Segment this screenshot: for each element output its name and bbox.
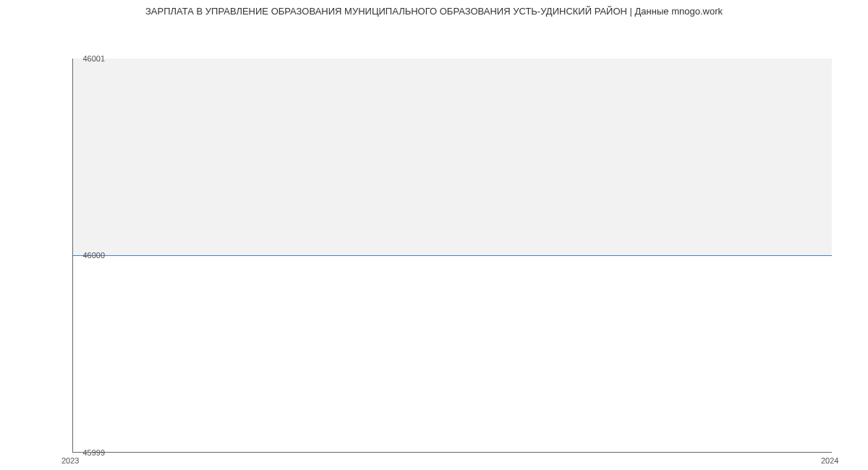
shaded-upper-region <box>73 59 832 255</box>
y-axis-tick-top: 46001 <box>82 54 105 63</box>
chart-container: 46001 46000 45999 2023 2024 <box>0 22 868 470</box>
x-axis-tick-left: 2023 <box>61 456 79 465</box>
chart-title: ЗАРПЛАТА В УПРАВЛЕНИЕ ОБРАЗОВАНИЯ МУНИЦИ… <box>0 0 868 22</box>
x-axis-tick-right: 2024 <box>821 456 838 465</box>
y-axis-tick-bot: 45999 <box>82 448 105 457</box>
y-axis-tick-mid: 46000 <box>82 251 105 260</box>
plot-area <box>72 59 832 453</box>
data-line <box>73 255 832 256</box>
